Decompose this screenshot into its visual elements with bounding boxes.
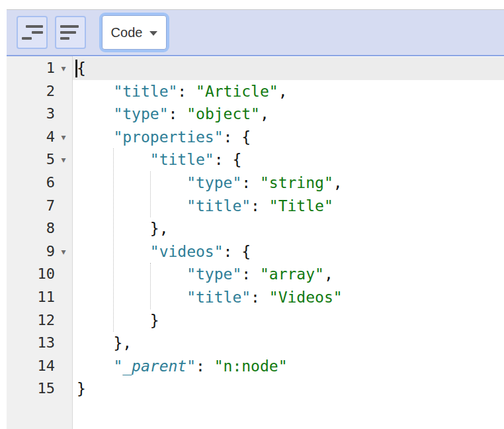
format-button[interactable] <box>17 16 48 49</box>
indent-spaces <box>77 289 187 306</box>
code-line[interactable]: }, <box>73 217 504 240</box>
json-punctuation: }, <box>150 220 169 237</box>
fold-arrow-placeholder <box>55 263 72 286</box>
gutter-row: 11 <box>7 286 72 309</box>
json-string-value: "array" <box>260 265 324 283</box>
json-string-value: "Article" <box>196 83 278 100</box>
code-line[interactable]: { <box>73 57 504 80</box>
code-line[interactable]: "type": "array", <box>73 263 504 286</box>
json-punctuation: , <box>278 83 288 100</box>
fold-arrow-icon[interactable]: ▾ <box>55 240 72 263</box>
json-punctuation: , <box>333 174 343 191</box>
json-key: "title" <box>187 289 251 306</box>
json-key: "type" <box>187 265 241 283</box>
json-punctuation: : <box>241 265 260 283</box>
code-line[interactable]: "title": { <box>73 148 504 171</box>
line-number: 4 <box>7 126 55 149</box>
code-area[interactable]: { "title": "Article", "type": "object", … <box>73 56 504 429</box>
code-line[interactable]: "title": "Videos" <box>73 286 504 309</box>
fold-arrow-placeholder <box>55 195 72 218</box>
toolbar: Code <box>7 9 504 57</box>
format-icon <box>22 22 43 43</box>
json-punctuation: } <box>150 312 159 329</box>
json-punctuation: : { <box>224 128 251 146</box>
indent-guide <box>150 171 151 217</box>
gutter-row: 13 <box>7 332 72 355</box>
json-key: "title" <box>113 83 177 100</box>
line-number: 3 <box>7 103 55 126</box>
json-punctuation: : <box>196 358 214 375</box>
gutter-row: 1▾ <box>7 57 72 80</box>
page: Code 1▾234▾5▾6789▾101112131415 { "title"… <box>0 0 504 429</box>
fold-arrow-icon[interactable]: ▾ <box>55 57 72 80</box>
json-punctuation: : <box>168 105 187 122</box>
fold-arrow-placeholder <box>55 80 72 103</box>
json-punctuation: : <box>251 197 269 215</box>
mode-dropdown-focus-ring: Code <box>99 13 169 52</box>
code-line[interactable]: "type": "object", <box>73 103 504 126</box>
json-string-value: "string" <box>260 174 333 191</box>
line-number: 2 <box>7 80 55 103</box>
gutter-row: 12 <box>7 309 72 332</box>
json-string-value: "Videos" <box>269 289 343 306</box>
gutter-row: 5▾ <box>7 148 72 171</box>
editor-area: 1▾234▾5▾6789▾101112131415 { "title": "Ar… <box>7 56 504 429</box>
json-punctuation: , <box>324 265 333 283</box>
json-punctuation: : <box>251 289 269 306</box>
json-punctuation: : <box>177 83 196 100</box>
json-key: "type" <box>187 174 241 191</box>
line-number: 1 <box>7 57 55 80</box>
fold-arrow-placeholder <box>55 103 72 126</box>
line-number: 13 <box>7 332 55 355</box>
fold-arrow-icon[interactable]: ▾ <box>55 148 72 171</box>
code-line[interactable]: } <box>73 377 504 401</box>
line-number: 14 <box>7 355 55 378</box>
json-punctuation: : { <box>214 151 242 168</box>
json-punctuation: , <box>260 105 269 122</box>
json-string-value: "Title" <box>269 197 333 215</box>
line-number: 12 <box>7 309 55 332</box>
gutter-row: 8 <box>7 217 72 240</box>
indent-spaces <box>77 128 113 146</box>
fold-arrow-placeholder <box>55 332 72 355</box>
chevron-down-icon <box>149 31 157 36</box>
gutter-row: 15 <box>7 377 72 401</box>
indent-spaces <box>77 358 113 375</box>
indent-guide <box>150 263 151 309</box>
code-line[interactable]: }, <box>73 332 504 355</box>
code-line[interactable]: "properties": { <box>73 126 504 149</box>
json-string-value: "object" <box>187 105 260 122</box>
json-punctuation: : <box>241 174 260 191</box>
json-key: "_parent" <box>113 358 196 375</box>
code-line[interactable]: "title": "Title" <box>73 195 504 218</box>
fold-arrow-icon[interactable]: ▾ <box>55 126 72 149</box>
line-number: 15 <box>7 377 55 401</box>
code-line[interactable]: "title": "Article", <box>73 80 504 103</box>
json-punctuation: }, <box>113 334 132 352</box>
gutter-row: 10 <box>7 263 72 286</box>
compact-button[interactable] <box>55 16 86 49</box>
gutter-row: 4▾ <box>7 126 72 149</box>
mode-dropdown-button[interactable]: Code <box>102 15 167 50</box>
code-line[interactable]: "_parent": "n:node" <box>73 355 504 378</box>
json-key: "type" <box>113 105 168 122</box>
gutter-row: 3 <box>7 103 72 126</box>
indent-spaces <box>77 83 113 100</box>
fold-arrow-placeholder <box>55 286 72 309</box>
code-line[interactable]: "videos": { <box>73 240 504 263</box>
mode-dropdown-label: Code <box>111 25 143 40</box>
indent-spaces <box>77 265 187 283</box>
json-string-value: "n:node" <box>214 358 288 375</box>
gutter-row: 9▾ <box>7 240 72 263</box>
json-punctuation: { <box>77 60 86 77</box>
gutter-row: 2 <box>7 80 72 103</box>
code-line[interactable]: } <box>73 309 504 332</box>
fold-arrow-placeholder <box>55 355 72 378</box>
json-punctuation: : { <box>224 243 251 260</box>
gutter-row: 7 <box>7 195 72 218</box>
indent-spaces <box>77 197 187 215</box>
code-line[interactable]: "type": "string", <box>73 171 504 195</box>
json-key: "properties" <box>113 128 223 146</box>
line-number: 8 <box>7 217 55 240</box>
json-punctuation: } <box>77 380 86 397</box>
